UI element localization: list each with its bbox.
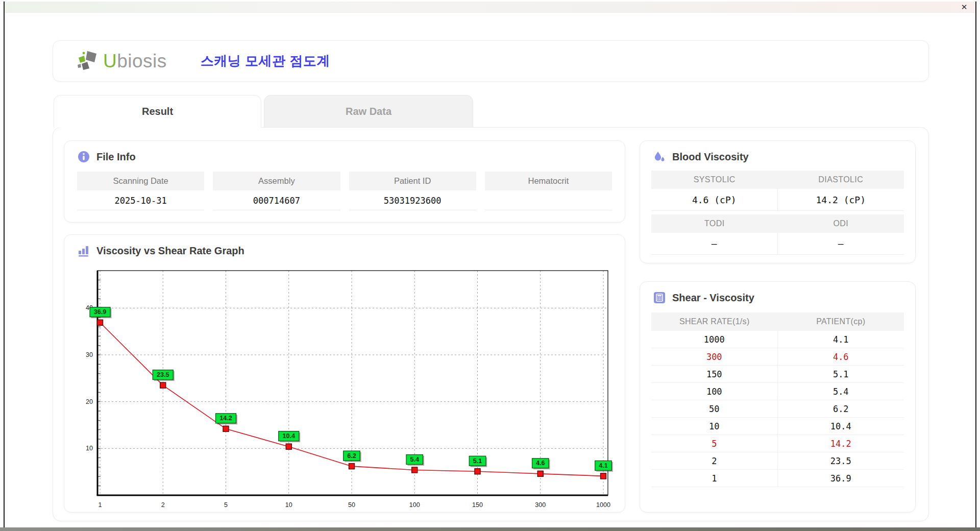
file-info-card: File Info Scanning Date 2025-10-31 Assem… [64, 140, 625, 223]
patient-cell: 5.4 [778, 383, 904, 400]
metric-value: – [651, 233, 778, 255]
bar-chart-icon [78, 245, 90, 257]
field-label: Assembly [213, 172, 340, 190]
table-row: 150 5.1 [651, 366, 904, 383]
shear-table-header: SHEAR RATE(1/s) PATIENT(cp) [651, 312, 904, 331]
shear-viscosity-table: SHEAR RATE(1/s) PATIENT(cp) 1000 4.1 300… [651, 312, 904, 487]
shear-viscosity-title-row: Shear - Viscosity [640, 282, 915, 304]
blood-viscosity-title-row: Blood Viscosity [640, 141, 915, 163]
window-border-left [4, 2, 5, 527]
table-row: 1000 4.1 [651, 331, 904, 348]
field-value: 000714607 [213, 190, 340, 210]
table-row: 2 23.5 [651, 452, 904, 470]
viscosity-graph-card: Viscosity vs Shear Rate Graph 1020304012… [64, 234, 625, 513]
patient-cell: 4.6 [778, 348, 904, 365]
field-label: Patient ID [349, 172, 476, 190]
shear-rate-cell: 2 [651, 452, 778, 469]
blood-viscosity-group: TODIODI –– [651, 214, 904, 255]
calculator-icon [653, 292, 666, 304]
svg-text:5.1: 5.1 [473, 457, 482, 465]
table-row: 10 10.4 [651, 418, 904, 435]
shear-rate-cell: 100 [651, 383, 778, 400]
patient-cell: 10.4 [778, 418, 904, 435]
app-window: { "window": { "close_glyph": "✕" }, "hea… [0, 0, 980, 531]
table-row: 5 14.2 [651, 435, 904, 452]
col-shear-rate: SHEAR RATE(1/s) [651, 312, 778, 331]
tab-result[interactable]: Result [54, 95, 261, 128]
svg-text:1000: 1000 [596, 501, 610, 509]
patient-cell: 14.2 [778, 435, 904, 452]
shear-rate-cell: 1000 [651, 331, 778, 348]
svg-text:5: 5 [224, 501, 228, 509]
shear-rate-cell: 300 [651, 348, 778, 365]
chart-area: 102030401251050100150300100036.923.514.2… [75, 268, 616, 512]
metric-label: SYSTOLIC [651, 171, 778, 189]
shear-viscosity-card: Shear - Viscosity SHEAR RATE(1/s) PATIEN… [640, 281, 916, 513]
svg-text:2: 2 [161, 501, 165, 509]
shear-table-body: 1000 4.1 300 4.6 150 5.1 100 5.4 50 6.2 … [651, 331, 904, 487]
window-border-bottom [0, 527, 980, 531]
shear-rate-cell: 10 [651, 418, 778, 435]
field-label: Hematocrit [485, 172, 612, 190]
shear-rate-cell: 50 [651, 400, 778, 417]
info-icon [78, 151, 90, 163]
metric-value: 4.6 (cP) [651, 189, 778, 211]
header-card: Ubiosis 스캐닝 모세관 점도계 [53, 40, 929, 82]
close-icon[interactable]: ✕ [959, 2, 969, 12]
svg-text:10: 10 [86, 445, 93, 452]
section-title: Shear - Viscosity [672, 292, 754, 304]
table-row: 50 6.2 [651, 400, 904, 418]
svg-text:10: 10 [285, 501, 292, 509]
svg-text:300: 300 [535, 501, 546, 509]
svg-text:20: 20 [86, 398, 93, 405]
viscosity-chart: 102030401251050100150300100036.923.514.2… [75, 268, 616, 512]
file-info-field: Patient ID 53031923600 [349, 172, 476, 210]
metric-value: – [778, 233, 904, 255]
tab-raw-data[interactable]: Raw Data [264, 95, 473, 127]
field-value [485, 190, 612, 210]
field-label: Scanning Date [77, 172, 204, 190]
file-info-title-row: File Info [64, 141, 625, 163]
shear-rate-cell: 1 [651, 470, 778, 487]
patient-cell: 6.2 [778, 400, 904, 417]
svg-text:30: 30 [86, 351, 93, 358]
metric-value: 14.2 (cP) [778, 189, 904, 211]
brand-name: Ubiosis [103, 51, 167, 72]
blood-viscosity-card: Blood Viscosity SYSTOLICDIASTOLIC 4.6 (c… [640, 140, 916, 263]
section-title: Viscosity vs Shear Rate Graph [96, 245, 244, 257]
svg-text:100: 100 [409, 501, 420, 509]
file-info-field: Hematocrit [485, 172, 612, 210]
patient-cell: 5.1 [778, 366, 904, 382]
ubiosis-logo-icon [77, 50, 100, 73]
file-info-field: Scanning Date 2025-10-31 [77, 172, 204, 210]
graph-title-row: Viscosity vs Shear Rate Graph [64, 235, 625, 257]
window-border-right [975, 2, 976, 527]
svg-text:23.5: 23.5 [157, 371, 169, 378]
table-row: 1 36.9 [651, 470, 904, 487]
blood-viscosity-group: SYSTOLICDIASTOLIC 4.6 (cP)14.2 (cP) [651, 171, 904, 211]
svg-text:5.4: 5.4 [410, 456, 419, 463]
file-info-field: Assembly 000714607 [213, 172, 340, 210]
patient-cell: 36.9 [778, 470, 904, 487]
svg-text:6.2: 6.2 [347, 452, 356, 460]
svg-text:50: 50 [348, 501, 355, 509]
table-row: 300 4.6 [651, 348, 904, 366]
table-row: 100 5.4 [651, 383, 904, 400]
svg-text:14.2: 14.2 [219, 415, 232, 422]
svg-text:4.1: 4.1 [599, 462, 607, 469]
blood-viscosity-table: SYSTOLICDIASTOLIC 4.6 (cP)14.2 (cP) TODI… [651, 171, 904, 255]
shear-rate-cell: 5 [651, 435, 778, 452]
svg-text:10.4: 10.4 [283, 432, 295, 440]
droplet-icon [653, 151, 666, 163]
metric-label: ODI [778, 214, 904, 233]
titlebar: ✕ [5, 2, 975, 13]
patient-cell: 4.1 [778, 331, 904, 348]
shear-rate-cell: 150 [651, 366, 778, 382]
patient-cell: 23.5 [778, 452, 904, 469]
field-value: 2025-10-31 [77, 190, 204, 210]
col-patient: PATIENT(cp) [778, 312, 904, 331]
brand-logo: Ubiosis [77, 50, 167, 73]
metric-label: TODI [651, 214, 778, 233]
app-title-korean: 스캐닝 모세관 점도계 [201, 52, 330, 70]
file-info-fields: Scanning Date 2025-10-31 Assembly 000714… [77, 172, 612, 210]
